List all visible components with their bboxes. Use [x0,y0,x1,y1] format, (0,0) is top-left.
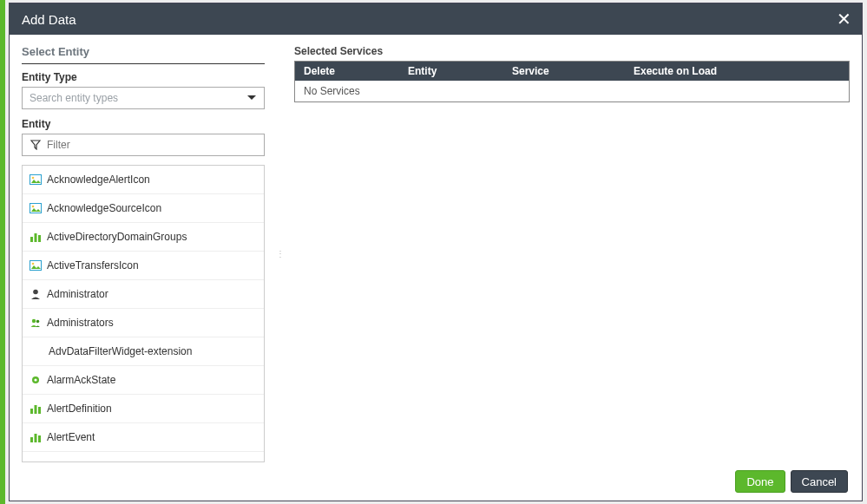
entity-filter[interactable] [22,134,265,156]
close-icon[interactable]: ✕ [837,10,851,28]
entity-filter-input[interactable] [47,139,257,151]
svg-point-11 [36,320,40,324]
services-table: Delete Entity Service Execute on Load No… [294,61,850,102]
svg-rect-16 [38,407,41,414]
entity-item-label: AdvDataFilterWidget-extension [49,345,192,357]
dialog-title: Add Data [22,12,76,27]
entity-item-label: AlertDefinition [47,403,112,415]
entity-type-label: Entity Type [22,71,265,83]
splitter-handle[interactable] [277,45,282,462]
right-panel: Selected Services Delete Entity Service … [294,45,850,462]
group-icon [30,317,42,329]
svg-rect-6 [38,235,41,242]
entity-item[interactable]: AlarmAckState [23,366,264,395]
entity-item[interactable]: ActiveTransfersIcon [23,252,264,280]
entity-item[interactable]: AdvDataFilterWidget-extension [23,337,264,366]
svg-rect-5 [35,233,37,242]
svg-rect-15 [35,405,37,414]
svg-point-8 [32,263,35,265]
entity-type-input[interactable] [30,92,257,104]
select-entity-title: Select Entity [22,45,265,64]
bars-icon [30,403,42,415]
svg-point-10 [32,319,36,323]
entity-item-label: ActiveDirectoryDomainGroups [47,231,187,243]
svg-point-13 [34,378,36,381]
left-panel: Select Entity Entity Type Entity Acknowl… [22,45,265,462]
entity-type-select[interactable] [22,87,265,109]
bars-icon [30,431,42,443]
entity-item-label: Administrator [47,288,108,300]
svg-point-3 [32,206,35,208]
dialog-body: Select Entity Entity Type Entity Acknowl… [10,35,862,462]
entity-list-container: AcknowledgeAlertIconAcknowledgeSourceIco… [22,165,265,462]
entity-item-label: Administrators [47,317,114,329]
entity-item-label: ActiveTransfersIcon [47,259,139,272]
svg-point-9 [33,290,38,295]
dialog-header: Add Data ✕ [10,3,862,35]
cancel-button[interactable]: Cancel [791,470,848,493]
filter-icon [30,139,42,151]
svg-rect-14 [30,409,33,414]
dialog-footer: Done Cancel [10,462,862,501]
entity-item[interactable]: AlertDefinition [23,395,264,423]
svg-rect-18 [35,434,37,442]
services-table-header: Delete Entity Service Execute on Load [295,62,849,81]
entity-item-label: AcknowledgeAlertIcon [47,173,150,186]
column-execute: Execute on Load [625,65,849,77]
svg-rect-4 [30,237,33,242]
user-icon [30,288,42,300]
entity-item[interactable]: AcknowledgeSourceIcon [23,194,264,223]
add-data-dialog: Add Data ✕ Select Entity Entity Type Ent… [9,3,863,501]
svg-rect-19 [38,435,41,442]
entity-item[interactable]: Administrator [23,280,264,309]
services-empty-text: No Services [304,85,360,97]
image-icon [30,173,42,186]
entity-item[interactable]: AcknowledgeAlertIcon [23,166,264,194]
column-delete: Delete [295,65,399,77]
image-icon [30,259,42,272]
entity-label: Entity [22,118,265,130]
bars-icon [30,231,42,243]
column-service: Service [503,65,625,77]
column-entity: Entity [399,65,503,77]
selected-services-title: Selected Services [294,45,850,57]
image-icon [30,202,42,214]
svg-rect-17 [30,437,33,442]
entity-list[interactable]: AcknowledgeAlertIconAcknowledgeSourceIco… [23,166,264,461]
entity-item[interactable]: AlertEvent [23,423,264,452]
green-accent-stripe [0,0,5,504]
dot-icon [30,374,42,386]
svg-point-1 [32,177,35,180]
entity-item[interactable]: ActiveDirectoryDomainGroups [23,223,264,252]
services-empty-row: No Services [295,81,849,101]
entity-item-label: AcknowledgeSourceIcon [47,202,161,214]
entity-item-label: AlertEvent [47,431,95,443]
entity-item-label: AlarmAckState [47,374,115,386]
entity-item[interactable]: Administrators [23,309,264,337]
done-button[interactable]: Done [735,470,785,493]
